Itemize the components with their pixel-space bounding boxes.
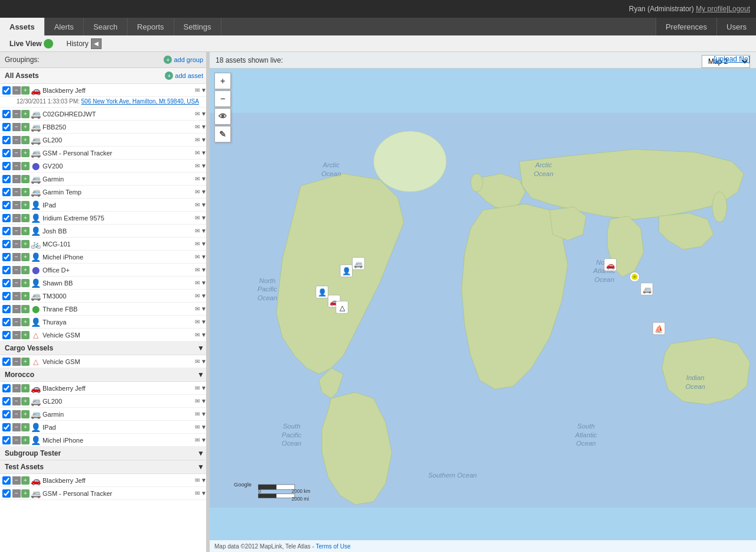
add-group-button[interactable]: + add group: [162, 54, 204, 65]
plus-button[interactable]: +: [21, 476, 30, 485]
mail-icon[interactable]: ✉: [195, 124, 200, 130]
tab-assets[interactable]: Assets: [0, 18, 45, 35]
mail-icon[interactable]: ✉: [195, 267, 200, 273]
asset-row-fbb250[interactable]: −+ 🚐 FBB250 ✉▼: [0, 121, 209, 134]
plus-button[interactable]: +: [21, 423, 30, 431]
asset-checkbox[interactable]: [2, 86, 11, 95]
asset-row-gl200[interactable]: −+ 🚐 GL200 ✉▼: [0, 134, 209, 147]
expand-button[interactable]: −: [12, 214, 21, 222]
mail-icon[interactable]: ✉: [195, 319, 200, 325]
expand-button[interactable]: −: [12, 384, 21, 392]
asset-checkbox[interactable]: [2, 305, 11, 313]
plus-button[interactable]: +: [21, 240, 30, 248]
mail-icon[interactable]: ✉: [195, 490, 200, 496]
mail-icon[interactable]: ✉: [195, 280, 200, 286]
plus-button[interactable]: +: [21, 358, 30, 366]
mail-icon[interactable]: ✉: [195, 437, 200, 443]
asset-checkbox[interactable]: [2, 188, 11, 196]
expand-button[interactable]: −: [12, 162, 21, 170]
users-button[interactable]: Users: [716, 18, 756, 35]
group-header-subgroup-tester[interactable]: Subgroup Tester ▼: [0, 447, 209, 460]
pencil-button[interactable]: ✎: [214, 126, 231, 142]
preferences-button[interactable]: Preferences: [656, 18, 716, 35]
expand-button[interactable]: −: [12, 201, 21, 209]
asset-checkbox[interactable]: [2, 175, 11, 183]
resize-handle[interactable]: [206, 52, 209, 552]
mail-icon[interactable]: ✉: [195, 477, 200, 483]
plus-button[interactable]: +: [21, 123, 30, 131]
asset-checkbox[interactable]: [2, 489, 11, 498]
asset-row-vehicle-gsm-all[interactable]: −+ △ Vehicle GSM ✉▼: [0, 329, 209, 342]
expand-button[interactable]: −: [12, 331, 21, 339]
tab-alerts[interactable]: Alerts: [45, 18, 84, 35]
asset-row-josh[interactable]: −+ 👤 Josh BB ✉▼: [0, 225, 209, 238]
asset-checkbox[interactable]: [2, 292, 11, 300]
plus-button[interactable]: +: [21, 318, 30, 326]
asset-row-office-d[interactable]: −+ ⬤ Office D+ ✉▼: [0, 264, 209, 277]
plus-button[interactable]: +: [21, 110, 30, 118]
plus-button[interactable]: +: [21, 201, 30, 209]
expand-button[interactable]: −: [12, 476, 21, 485]
plus-button[interactable]: +: [21, 162, 30, 170]
plus-button[interactable]: +: [21, 436, 30, 444]
expand-button[interactable]: −: [12, 358, 21, 366]
tab-search[interactable]: Search: [84, 18, 128, 35]
group-header-cargo-vessels[interactable]: Cargo Vessels ▼: [0, 342, 209, 355]
asset-row-morocco-blackberry[interactable]: −+ 🚗 Blackberry Jeff ✉▼: [0, 382, 209, 395]
asset-checkbox[interactable]: [2, 201, 11, 209]
expand-button[interactable]: −: [12, 410, 21, 418]
mail-icon[interactable]: ✉: [195, 111, 200, 117]
expand-button[interactable]: −: [12, 240, 21, 248]
plus-button[interactable]: +: [21, 410, 30, 418]
asset-checkbox[interactable]: [2, 397, 11, 405]
group-expand-icon[interactable]: ▼: [197, 371, 204, 379]
mail-icon[interactable]: ✉: [195, 254, 200, 260]
mail-icon[interactable]: ✉: [195, 163, 200, 169]
asset-row-c02g[interactable]: −+ 🚐 C02GDHREDJWT ✉▼: [0, 108, 209, 121]
asset-row-garmin[interactable]: −+ 🚐 Garmin ✉▼: [0, 173, 209, 186]
plus-button[interactable]: +: [21, 489, 30, 498]
expand-button[interactable]: −: [12, 188, 21, 196]
asset-row-tm3000[interactable]: −+ 🚐 TM3000 ✉▼: [0, 290, 209, 303]
asset-checkbox[interactable]: [2, 279, 11, 287]
asset-checkbox[interactable]: [2, 162, 11, 170]
mail-icon[interactable]: ✉: [195, 293, 200, 299]
asset-row-morocco-michel[interactable]: −+ 👤 Michel iPhone ✉▼: [0, 434, 209, 447]
asset-row-test-blackberry[interactable]: −+ 🚗 Blackberry Jeff ✉▼: [0, 474, 209, 487]
asset-row-gsm[interactable]: −+ 🚐 GSM - Personal Tracker ✉▼: [0, 147, 209, 160]
asset-checkbox[interactable]: [2, 227, 11, 235]
plus-button[interactable]: +: [21, 188, 30, 196]
asset-row-test-gsm[interactable]: −+ 🚐 GSM - Personal Tracker ✉▼: [0, 487, 209, 500]
plus-button[interactable]: +: [21, 136, 30, 144]
plus-button[interactable]: +: [21, 149, 30, 157]
plus-button[interactable]: +: [21, 214, 30, 222]
asset-row-blackberry-jeff[interactable]: − + 🚗 Blackberry Jeff ✉ ▼: [0, 84, 209, 97]
mail-icon[interactable]: ✉: [195, 189, 200, 195]
asset-checkbox[interactable]: [2, 214, 11, 222]
sidebar-scroll[interactable]: All Assets + add asset − + 🚗 Blackberry …: [0, 68, 209, 552]
asset-checkbox[interactable]: [2, 331, 11, 339]
plus-button[interactable]: +: [21, 266, 30, 274]
mail-icon[interactable]: ✉: [195, 385, 200, 391]
asset-row-michel[interactable]: −+ 👤 Michel iPhone ✉▼: [0, 251, 209, 264]
mail-icon[interactable]: ✉: [195, 306, 200, 312]
asset-row-vehicle-gsm-cargo[interactable]: −+ △ Vehicle GSM ✉▼: [0, 355, 209, 368]
asset-checkbox[interactable]: [2, 110, 11, 118]
mail-icon[interactable]: ✉: [195, 424, 200, 430]
zoom-out-button[interactable]: −: [214, 90, 231, 107]
plus-button[interactable]: +: [21, 227, 30, 235]
expand-button[interactable]: −: [12, 397, 21, 405]
mail-icon[interactable]: ✉: [195, 87, 200, 93]
asset-row-iridium[interactable]: −+ 👤 Iridium Extreme 9575 ✉▼: [0, 212, 209, 225]
group-expand-icon[interactable]: ▼: [197, 463, 204, 471]
plus-button[interactable]: +: [21, 384, 30, 392]
asset-row-thuraya[interactable]: −+ 👤 Thuraya ✉▼: [0, 316, 209, 329]
logout-link[interactable]: Logout: [728, 5, 750, 13]
expand-button[interactable]: −: [12, 266, 21, 274]
expand-button[interactable]: −: [12, 318, 21, 326]
expand-button[interactable]: −: [12, 436, 21, 444]
group-expand-icon[interactable]: ▼: [197, 344, 204, 352]
asset-row-gv200[interactable]: −+ ⬤ GV200 ✉▼: [0, 160, 209, 173]
world-map[interactable]: North Pacific Ocean North Atlantic Ocean…: [210, 69, 756, 552]
upload-link[interactable]: [upload file]: [714, 55, 750, 63]
